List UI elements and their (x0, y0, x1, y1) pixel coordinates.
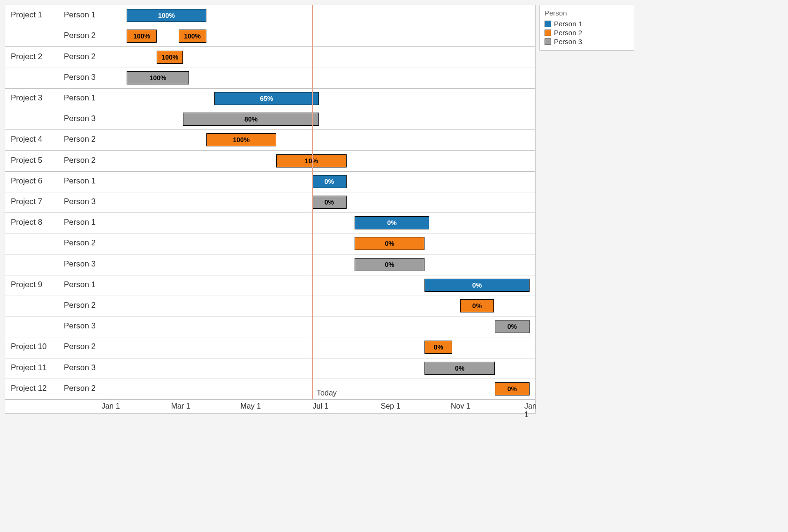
plot-area: 0% (111, 171, 530, 192)
gantt-bar[interactable]: 0% (355, 237, 425, 250)
gantt-row: Project 7Person 30% (5, 192, 535, 213)
legend-item: Person 1 (545, 20, 629, 28)
today-reference-line (312, 5, 313, 399)
x-axis-tick: Mar 1 (171, 402, 190, 410)
person-label: Person 3 (64, 363, 96, 372)
x-axis-tick: Sep 1 (381, 402, 401, 410)
person-label: Person 3 (64, 259, 96, 269)
gantt-bar[interactable]: 0% (312, 196, 347, 209)
legend-swatch-icon (545, 38, 551, 45)
plot-area: 0% (111, 254, 530, 275)
x-axis-tick: Jan 1 (524, 402, 537, 419)
gantt-bar[interactable]: 0% (355, 258, 425, 271)
plot-area: 0% (111, 275, 530, 296)
gantt-row: Person 20% (5, 233, 535, 254)
person-label: Person 2 (64, 31, 96, 40)
gantt-bar[interactable]: 65% (214, 92, 319, 105)
plot-area: 0% (111, 192, 530, 213)
gantt-row: Person 30% (5, 254, 535, 275)
gantt-row: Project 6Person 10% (5, 171, 535, 192)
legend-item-label: Person 2 (554, 29, 582, 37)
project-label: Project 3 (11, 93, 42, 103)
person-label: Person 2 (64, 156, 96, 165)
gantt-bar[interactable]: 0% (424, 362, 495, 375)
person-label: Person 2 (64, 384, 96, 393)
plot-area: 100% (111, 5, 530, 26)
gantt-row: Project 3Person 165% (5, 88, 535, 109)
stage: Project 1Person 1100%Person 2100%100%Pro… (0, 0, 788, 532)
project-label: Project 9 (11, 280, 42, 289)
gantt-row: Project 12Person 20% (5, 379, 535, 400)
legend-swatch-icon (545, 30, 551, 36)
person-label: Person 2 (64, 342, 96, 351)
plot-area: 100% (111, 68, 530, 88)
gantt-row: Project 5Person 210% (5, 150, 535, 171)
gantt-bar[interactable]: 10% (276, 154, 347, 167)
gantt-bar[interactable]: 100% (127, 30, 157, 43)
gantt-bar[interactable]: 100% (206, 133, 277, 146)
plot-area: 100% (111, 46, 530, 67)
person-label: Person 1 (64, 280, 96, 289)
plot-area: 0% (111, 316, 530, 337)
person-label: Person 1 (64, 10, 96, 20)
project-label: Project 1 (11, 10, 42, 20)
gantt-row: Person 30% (5, 316, 535, 337)
project-label: Project 7 (11, 197, 42, 206)
x-axis-tick: Jul 1 (313, 402, 329, 410)
gantt-row: Project 8Person 10% (5, 213, 535, 234)
gantt-row: Project 2Person 2100% (5, 46, 535, 68)
person-label: Person 2 (64, 301, 96, 310)
plot-area: 0% (111, 296, 530, 316)
gantt-bar[interactable]: 80% (183, 113, 318, 126)
project-label: Project 4 (11, 135, 42, 144)
gantt-row: Project 10Person 20% (5, 337, 535, 358)
plot-area: 65% (111, 88, 530, 109)
gantt-bar[interactable]: 100% (127, 9, 206, 22)
legend-item: Person 2 (545, 29, 629, 37)
person-label: Person 3 (64, 321, 96, 331)
plot-area: 80% (111, 109, 530, 129)
gantt-bar[interactable]: 0% (424, 279, 529, 292)
gantt-bar[interactable]: 100% (127, 71, 189, 84)
plot-area: 100%100% (111, 26, 530, 46)
legend-item-label: Person 1 (554, 20, 582, 28)
legend-swatch-icon (545, 21, 551, 27)
gantt-bar[interactable]: 0% (424, 341, 452, 354)
today-label: Today (314, 389, 337, 397)
project-label: Project 2 (11, 52, 42, 61)
x-axis-tick: Nov 1 (451, 402, 470, 410)
gantt-bar[interactable]: 0% (460, 299, 493, 312)
person-label: Person 1 (64, 176, 96, 186)
plot-area: 0% (111, 358, 530, 379)
gantt-row: Project 1Person 1100% (5, 5, 535, 26)
person-label: Person 1 (64, 93, 96, 103)
project-label: Project 8 (11, 218, 42, 227)
plot-area: 10% (111, 150, 530, 171)
legend-title: Person (545, 9, 629, 17)
gantt-row: Person 3100% (5, 68, 535, 89)
gantt-bar[interactable]: 0% (495, 382, 530, 395)
x-axis-tick: May 1 (241, 402, 261, 410)
gantt-chart: Project 1Person 1100%Person 2100%100%Pro… (5, 5, 536, 414)
plot-area: 0% (111, 337, 530, 357)
gantt-row: Project 11Person 30% (5, 358, 535, 379)
gantt-bar[interactable]: 0% (355, 216, 429, 229)
plot-area: 0% (111, 233, 530, 254)
person-label: Person 3 (64, 73, 96, 82)
person-label: Person 2 (64, 135, 96, 144)
project-label: Project 11 (11, 363, 47, 372)
plot-area: 100% (111, 129, 530, 150)
gantt-bar[interactable]: 0% (495, 320, 530, 333)
project-label: Project 5 (11, 156, 42, 165)
project-label: Project 10 (11, 342, 47, 351)
person-label: Person 2 (64, 52, 96, 61)
gantt-bar[interactable]: 100% (179, 30, 206, 43)
gantt-row: Person 2100%100% (5, 26, 535, 47)
plot-area: 0% (111, 213, 530, 233)
gantt-row: Person 20% (5, 296, 535, 317)
person-label: Person 3 (64, 197, 96, 206)
x-axis: Jan 1Mar 1May 1Jul 1Sep 1Nov 1Jan 1 (111, 399, 530, 413)
project-label: Project 12 (11, 384, 47, 393)
gantt-bar[interactable]: 100% (157, 51, 183, 64)
gantt-bar[interactable]: 0% (312, 175, 347, 188)
